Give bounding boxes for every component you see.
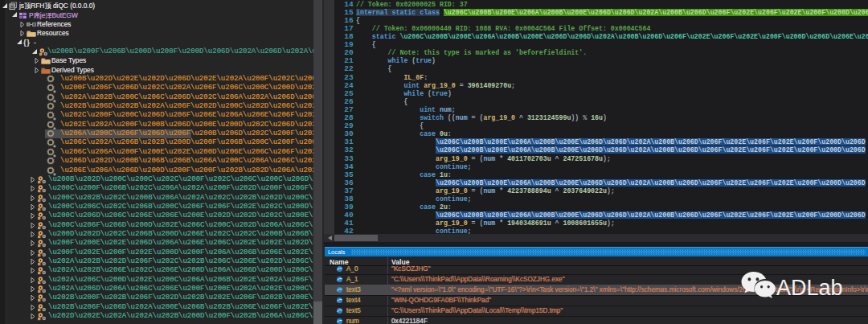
svg-text:ADLab: ADLab <box>776 276 843 300</box>
